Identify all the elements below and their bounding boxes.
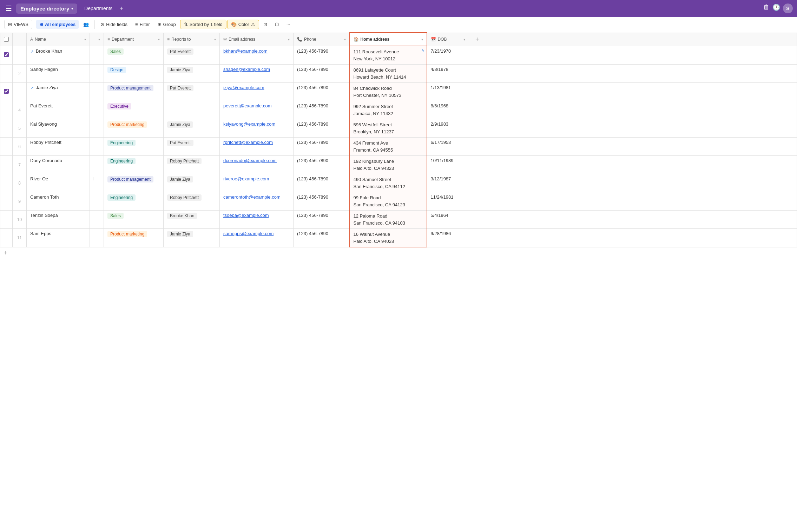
select-all-checkbox[interactable]: [4, 37, 9, 42]
email-link[interactable]: ksiyavong@example.com: [223, 121, 275, 127]
app-title[interactable]: Employee directory ▾: [16, 4, 77, 14]
row-number: 2: [13, 65, 27, 83]
share-button[interactable]: ⬡: [271, 20, 282, 29]
email-link[interactable]: bkhan@example.com: [223, 48, 268, 54]
extra-cell: [469, 65, 797, 83]
phone-cell: (123) 456-7890: [294, 119, 350, 138]
col-header-reports-to[interactable]: ≡ Reports to ▾: [164, 33, 220, 46]
hide-fields-button[interactable]: ⊘ Hide fields: [97, 20, 131, 29]
phone-cell: (123) 456-7890: [294, 156, 350, 174]
hide-fields-icon: ⊘: [100, 22, 104, 27]
row-checkbox[interactable]: [4, 52, 9, 57]
dob-cell: 6/17/1953: [427, 138, 469, 156]
department-cell: Engineering: [104, 192, 164, 211]
table-row: 8River OelProduct managementJamie Ziyari…: [0, 174, 797, 192]
snapshot-button[interactable]: ⊡: [260, 20, 271, 29]
add-row-button[interactable]: +: [0, 247, 797, 259]
department-cell: Sales: [104, 211, 164, 229]
dob-cell: 4/8/1978: [427, 65, 469, 83]
table-row: 2Sandy HagenDesignJamie Ziyashagen@examp…: [0, 65, 797, 83]
edit-icon[interactable]: ✎: [421, 48, 424, 53]
col-header-name[interactable]: A Name ▾: [27, 33, 90, 46]
all-employees-button[interactable]: ⊞ All employees: [36, 20, 79, 29]
dob-cell: 7/23/1970: [427, 46, 469, 65]
address-line-1: 192 Kingsbury Lane: [354, 158, 423, 165]
address-line-2: Palo Alto, CA 94323: [354, 165, 423, 172]
email-sort-icon: ▾: [288, 38, 290, 41]
sort-button[interactable]: ⇅ Sorted by 1 field: [180, 20, 226, 29]
menu-icon[interactable]: ☰: [4, 3, 13, 14]
reports-to-cell: [164, 101, 220, 119]
more-options-button[interactable]: ···: [283, 20, 294, 29]
email-link[interactable]: tsoepa@example.com: [223, 213, 269, 218]
extra-cell: [469, 101, 797, 119]
home-address-cell: 111 Roosevelt AvenueNew York, NY 10012✎: [350, 46, 427, 65]
extra-cell: [469, 229, 797, 247]
people-view-button[interactable]: 👥: [80, 20, 92, 29]
col-header-phone[interactable]: 📞 Phone ▾: [294, 33, 350, 46]
reports-to-badge: Jamie Ziya: [167, 231, 193, 237]
employee-name: Tenzin Soepa: [30, 213, 58, 218]
email-link[interactable]: riveroe@example.com: [223, 176, 269, 181]
reports-sort-icon: ▾: [214, 38, 216, 41]
col-header-date[interactable]: ▾: [90, 33, 104, 46]
name-sort-icon: ▾: [84, 38, 86, 41]
share-avatar[interactable]: S: [783, 4, 793, 13]
dept-col-icon: ≡: [107, 37, 110, 42]
row-number: 11: [13, 229, 27, 247]
department-badge: Sales: [107, 48, 124, 55]
email-cell: dcoronado@example.com: [220, 156, 294, 174]
row-checkbox[interactable]: [4, 89, 9, 94]
reports-to-cell: Jamie Ziya: [164, 65, 220, 83]
date-cell: [90, 192, 104, 211]
views-button[interactable]: ⊞ VIEWS: [4, 20, 32, 29]
extra-cell: [469, 156, 797, 174]
history-icon[interactable]: 🕐: [772, 4, 780, 13]
row-number: 6: [13, 138, 27, 156]
department-badge: Product marketing: [107, 121, 147, 128]
address-line-2: Port Chester, NY 10573: [354, 92, 423, 99]
email-cell: rpritchett@example.com: [220, 138, 294, 156]
dob-cell: 2/9/1983: [427, 119, 469, 138]
col-header-dob[interactable]: 📅 DOB ▾: [427, 33, 469, 46]
col-header-add[interactable]: +: [469, 33, 797, 46]
add-field-button[interactable]: +: [473, 34, 482, 45]
group-button[interactable]: ⊞ Group: [154, 20, 179, 29]
group-icon: ⊞: [158, 22, 162, 27]
reports-to-cell: Brooke Khan: [164, 211, 220, 229]
name-col-label: Name: [35, 37, 46, 42]
col-header-email[interactable]: ✉ Email address ▾: [220, 33, 294, 46]
col-header-department[interactable]: ≡ Department ▾: [104, 33, 164, 46]
top-bar-actions: 🗑 🕐 S: [763, 4, 793, 13]
name-col-icon: A: [30, 37, 33, 42]
col-header-checkbox[interactable]: [0, 33, 13, 46]
delete-icon[interactable]: 🗑: [763, 4, 770, 13]
date-cell: [90, 46, 104, 65]
reports-to-cell: Jamie Ziya: [164, 119, 220, 138]
col-header-home-address[interactable]: 🏠 Home address ▾: [350, 33, 427, 46]
reports-col-icon: ≡: [167, 37, 170, 42]
employee-table: A Name ▾ ▾ ≡ Department ▾: [0, 32, 797, 247]
department-cell: Product management: [104, 174, 164, 192]
expand-icon[interactable]: ↗: [30, 86, 34, 91]
row-number: 5: [13, 119, 27, 138]
email-link[interactable]: camerontoth@example.com: [223, 194, 281, 200]
color-button[interactable]: 🎨 Color ⚠: [227, 20, 259, 29]
filter-button[interactable]: ≡ Filter: [132, 20, 153, 29]
phone-cell: (123) 456-7890: [294, 229, 350, 247]
address-line-2: Jamaica, NY 11432: [354, 110, 423, 117]
tab-departments[interactable]: Departments: [80, 4, 117, 13]
email-cell: jziya@example.com: [220, 83, 294, 101]
email-link[interactable]: jziya@example.com: [223, 85, 264, 90]
email-link[interactable]: samepps@example.com: [223, 231, 274, 236]
email-link[interactable]: rpritchett@example.com: [223, 140, 273, 145]
phone-cell: (123) 456-7890: [294, 192, 350, 211]
email-link[interactable]: peverett@example.com: [223, 103, 271, 108]
table-row: 5Kai SiyavongProduct marketingJamie Ziya…: [0, 119, 797, 138]
expand-icon[interactable]: ↗: [30, 49, 34, 54]
home-address-cell: 192 Kingsbury LanePalo Alto, CA 94323: [350, 156, 427, 174]
table-row: 6Robby PritchettEngineeringPat Everettrp…: [0, 138, 797, 156]
email-link[interactable]: shagen@example.com: [223, 67, 270, 72]
add-tab-button[interactable]: +: [119, 5, 123, 12]
email-link[interactable]: dcoronado@example.com: [223, 158, 277, 163]
